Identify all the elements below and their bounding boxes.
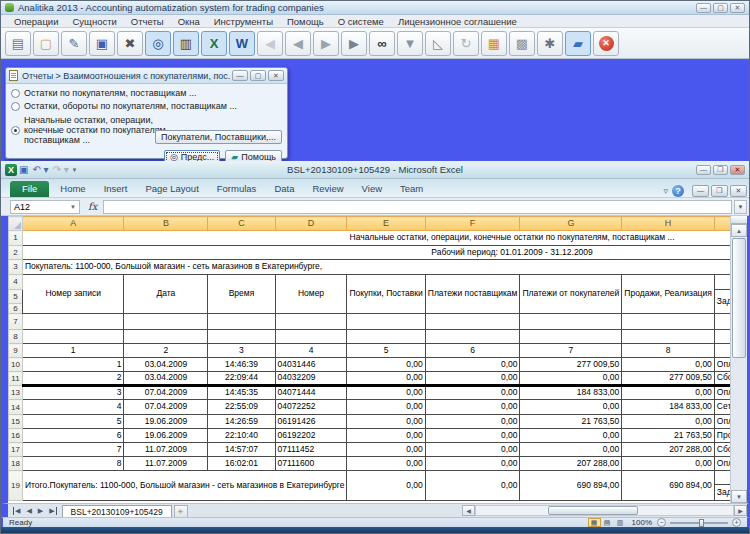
cell[interactable]: 19.06.2009 — [124, 415, 208, 429]
cell[interactable]: 2 — [124, 344, 208, 358]
row-header-5[interactable]: 5 — [9, 290, 23, 304]
column-header-H[interactable]: H — [622, 217, 715, 231]
cell[interactable]: 0,00 — [425, 386, 520, 400]
print-button[interactable]: ▥ — [173, 31, 199, 56]
undo-icon[interactable]: ↶ ▾ — [32, 164, 48, 176]
row-header-19[interactable]: 19 — [9, 471, 23, 501]
column-header-D[interactable]: D — [275, 217, 347, 231]
cell[interactable]: Сборка трех одинаковых компьютеров для с… — [714, 372, 730, 386]
settings-tools-button[interactable]: ✱ — [537, 31, 563, 56]
cell[interactable] — [347, 330, 425, 344]
menu-item-6[interactable]: Помощь — [280, 16, 331, 27]
cell[interactable]: 07.04.2009 — [124, 386, 208, 400]
cell[interactable]: 690 894,00 — [622, 471, 715, 501]
excel-close-button[interactable]: ✕ — [730, 165, 745, 175]
cell[interactable]: Продажи, Реализация — [622, 275, 715, 314]
insert-worksheet-icon[interactable]: ✳ — [174, 505, 188, 517]
ribbon-tab-insert[interactable]: Insert — [95, 181, 137, 197]
row-header-9[interactable]: 9 — [9, 344, 23, 358]
cell[interactable]: 4 — [22, 400, 124, 415]
cell[interactable]: Начальные остатки, операции, конечные ос… — [22, 231, 730, 246]
next-arrow-button[interactable]: ▶ — [313, 31, 339, 56]
cell[interactable]: 16:02:01 — [208, 457, 275, 471]
cell[interactable]: 207 288,00 — [520, 457, 622, 471]
menu-item-4[interactable]: Окна — [171, 16, 207, 27]
cell[interactable] — [22, 330, 124, 344]
cell[interactable]: 0,00 — [347, 471, 425, 501]
cell[interactable] — [622, 330, 715, 344]
cell[interactable]: 277 009,50 — [520, 358, 622, 372]
delete-button[interactable]: ✖ — [117, 31, 143, 56]
cell[interactable]: 07.04.2009 — [124, 400, 208, 415]
zoom-slider[interactable] — [670, 522, 728, 524]
name-box[interactable]: A12 ▼ — [10, 200, 80, 214]
cell[interactable]: Оплата за проданные товары, Счет-фактура… — [714, 358, 730, 372]
cell[interactable] — [520, 330, 622, 344]
app-maximize-button[interactable]: ▢ — [713, 3, 728, 13]
row-header-18[interactable]: 18 — [9, 457, 23, 471]
app-minimize-button[interactable]: — — [696, 3, 711, 13]
cell[interactable]: 0,00 — [622, 386, 715, 400]
cell[interactable]: 0,00 — [425, 372, 520, 386]
cell[interactable]: 9 — [714, 344, 730, 358]
cell[interactable]: Платежи от покупателей — [520, 275, 622, 314]
row-header-4[interactable]: 4 — [9, 275, 23, 290]
column-header-B[interactable]: B — [124, 217, 208, 231]
cell[interactable]: 6 — [22, 429, 124, 443]
word-export-button[interactable]: W — [229, 31, 255, 56]
cell[interactable]: 2 — [22, 372, 124, 386]
column-header-G[interactable]: G — [520, 217, 622, 231]
zoom-slider-thumb[interactable] — [699, 519, 704, 527]
cell[interactable]: 0,00 — [622, 415, 715, 429]
cell[interactable]: Покупки, Поставки — [347, 275, 425, 314]
cell[interactable]: 0,00 — [347, 429, 425, 443]
cell[interactable]: 7 — [520, 344, 622, 358]
horizontal-scrollbar[interactable]: ◀ ▶ — [462, 504, 747, 517]
cell[interactable]: 06192202 — [275, 429, 347, 443]
cell[interactable]: 0,00 — [520, 443, 622, 457]
scroll-up-icon[interactable]: ▲ — [731, 224, 747, 237]
cell[interactable] — [208, 314, 275, 330]
name-box-dropdown-icon[interactable]: ▼ — [70, 204, 76, 210]
vertical-scroll-thumb[interactable] — [732, 238, 746, 358]
cell[interactable]: 0,00 — [347, 358, 425, 372]
row-header-2[interactable]: 2 — [9, 246, 23, 260]
cell[interactable]: 0,00 — [425, 429, 520, 443]
app-close-button[interactable]: ✕ — [730, 3, 745, 13]
row-header-6[interactable]: 6 — [9, 304, 23, 314]
ribbon-tab-data[interactable]: Data — [265, 181, 303, 197]
cell[interactable]: 21 763,50 — [520, 415, 622, 429]
prev-sheet-icon[interactable]: ◀ — [26, 507, 31, 515]
scroll-right-icon[interactable]: ▶ — [734, 505, 747, 516]
menu-item-3[interactable]: Отчеты — [124, 16, 171, 27]
cell[interactable]: 04031446 — [275, 358, 347, 372]
cell[interactable]: 14:46:39 — [208, 358, 275, 372]
cell[interactable]: 0,00 — [347, 415, 425, 429]
formula-bar-expand-icon[interactable]: ▼ — [734, 200, 747, 214]
cell[interactable]: Рабочий период: 01.01.2009 - 31.12.2009 — [22, 246, 730, 260]
cell[interactable]: 0,00 — [347, 457, 425, 471]
cell[interactable]: Дополнения | Назначение платежа | Основа… — [714, 330, 730, 344]
cell[interactable]: 207 288,00 — [622, 443, 715, 457]
row-header-15[interactable]: 15 — [9, 415, 23, 429]
cell[interactable]: 0,00 — [520, 400, 622, 415]
cell[interactable]: 0,00 — [425, 457, 520, 471]
ribbon-tab-page-layout[interactable]: Page Layout — [136, 181, 207, 197]
select-all-corner[interactable] — [9, 217, 23, 231]
workbook-minimize-button[interactable]: — — [692, 185, 709, 197]
ribbon-tab-review[interactable]: Review — [303, 181, 352, 197]
cell[interactable] — [208, 330, 275, 344]
exit-stop-button[interactable]: ✕ — [593, 31, 619, 56]
cell[interactable]: Оплата за отгруженные товары по Счет-фак… — [714, 457, 730, 471]
scroll-left-icon[interactable]: ◀ — [462, 505, 475, 516]
cell[interactable]: 14:57:07 — [208, 443, 275, 457]
cell[interactable] — [520, 314, 622, 330]
cell[interactable]: 14:26:59 — [208, 415, 275, 429]
ribbon-tab-view[interactable]: View — [353, 181, 391, 197]
excel-help-icon[interactable]: ? — [672, 185, 684, 197]
cell[interactable]: 19.06.2009 — [124, 429, 208, 443]
row-header-13[interactable]: 13 — [9, 386, 23, 400]
minimize-ribbon-icon[interactable]: ▿ — [663, 186, 668, 196]
cell[interactable]: 0,00 — [520, 372, 622, 386]
customers-suppliers-button[interactable]: Покупатели, Поставщики,... — [155, 130, 282, 144]
